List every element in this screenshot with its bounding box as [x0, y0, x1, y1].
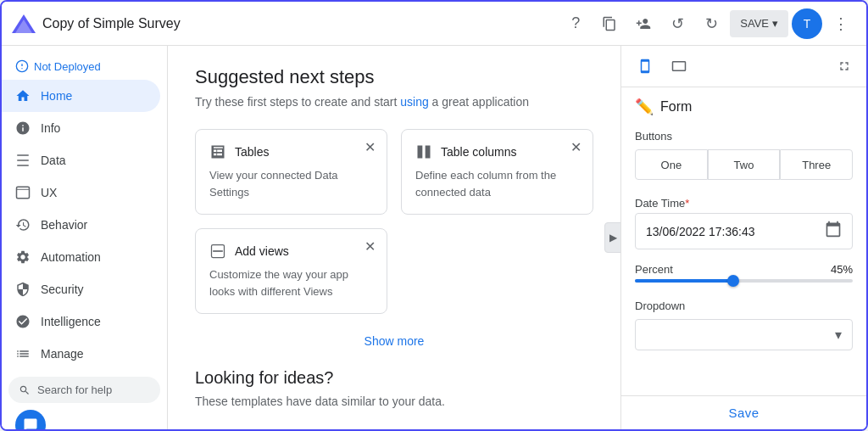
- dropdown-label: Dropdown: [635, 299, 853, 312]
- table-columns-card-title: Table columns: [441, 145, 517, 159]
- tables-card-title: Tables: [235, 145, 269, 159]
- tables-card[interactable]: ✕ Tables View your connected Data Settin…: [195, 129, 387, 215]
- expand-panel-button[interactable]: [832, 54, 856, 78]
- topbar-actions: ? ↺ ↻ SAVE ▾ T ⋮: [560, 8, 856, 39]
- sidebar-item-ux[interactable]: UX: [2, 176, 160, 209]
- form-section-header: ✏️ Form: [635, 98, 853, 116]
- tables-card-desc: View your connected Data Settings: [209, 167, 373, 200]
- data-icon: [15, 153, 31, 168]
- sidebar-item-manage[interactable]: Manage: [2, 338, 160, 370]
- sidebar-label-ux: UX: [41, 186, 57, 199]
- dropdown-arrow-icon: ▾: [835, 327, 842, 343]
- add-views-icon: [209, 243, 226, 260]
- help-button[interactable]: ?: [560, 8, 591, 39]
- slider-fill: [635, 279, 733, 283]
- main-content: Suggested next steps Try these first ste…: [168, 46, 620, 429]
- logo-icon: [12, 14, 36, 33]
- percent-value: 45%: [831, 263, 853, 276]
- tablet-view-tab[interactable]: [665, 53, 693, 80]
- looking-title: Looking for ideas?: [195, 368, 593, 388]
- copy-button[interactable]: [594, 8, 625, 39]
- right-panel: ✏️ Form Buttons One Two Three Date Time*…: [620, 46, 866, 429]
- sidebar-item-home[interactable]: Home: [2, 80, 160, 112]
- ux-icon: [15, 185, 31, 200]
- sidebar-bottom: Search for help: [2, 370, 167, 429]
- add-views-card-title: Add views: [235, 244, 289, 258]
- info-icon: [15, 120, 31, 136]
- required-star: *: [685, 197, 689, 210]
- sidebar-item-behavior[interactable]: Behavior: [2, 209, 160, 241]
- behavior-icon: [15, 217, 31, 232]
- subtitle-highlight: using: [400, 95, 428, 109]
- sidebar-item-security[interactable]: Security: [2, 273, 160, 305]
- button-two[interactable]: Two: [708, 149, 781, 180]
- app-container: Copy of Simple Survey ? ↺ ↻ SAVE ▾ T ⋮: [0, 0, 868, 431]
- sidebar-label-behavior: Behavior: [41, 218, 87, 232]
- cards-grid: ✕ Tables View your connected Data Settin…: [195, 129, 593, 314]
- right-panel-tabs: [621, 46, 866, 87]
- datetime-value: 13/06/2022 17:36:43: [646, 225, 825, 238]
- show-more-button[interactable]: Show more: [364, 327, 425, 355]
- button-three[interactable]: Three: [780, 149, 853, 180]
- percent-slider[interactable]: [635, 279, 853, 283]
- save-button[interactable]: SAVE ▾: [730, 10, 788, 37]
- avatar[interactable]: T: [792, 8, 822, 39]
- sidebar-label-security: Security: [41, 283, 84, 296]
- logo: Copy of Simple Survey: [12, 14, 181, 33]
- table-columns-icon: [415, 143, 432, 160]
- form-save-button[interactable]: Save: [621, 395, 866, 429]
- mobile-view-tab[interactable]: [632, 53, 659, 80]
- buttons-label: Buttons: [635, 130, 853, 143]
- sidebar-label-data: Data: [41, 154, 66, 167]
- search-icon: [19, 384, 31, 396]
- app-title: Copy of Simple Survey: [42, 16, 181, 31]
- sidebar-item-intelligence[interactable]: Intelligence: [2, 305, 160, 338]
- chat-button[interactable]: [15, 410, 46, 429]
- table-columns-card-header: Table columns: [415, 143, 579, 160]
- sidebar-label-intelligence: Intelligence: [41, 315, 101, 328]
- add-views-card-desc: Customize the way your app looks with di…: [209, 266, 373, 299]
- manage-icon: [15, 346, 31, 361]
- tables-card-header: Tables: [209, 143, 373, 160]
- panel-toggle-arrow[interactable]: ▶: [604, 222, 620, 253]
- tables-icon: [209, 143, 226, 160]
- add-user-button[interactable]: [628, 8, 659, 39]
- add-views-card-header: Add views: [209, 243, 373, 260]
- dropdown-field[interactable]: ▾: [635, 319, 853, 350]
- buttons-group: One Two Three: [635, 149, 853, 180]
- not-deployed-status[interactable]: Not Deployed: [2, 53, 167, 80]
- add-views-card-close[interactable]: ✕: [359, 236, 380, 256]
- chat-icon: [23, 417, 38, 429]
- percent-label: Percent: [635, 263, 673, 276]
- sidebar-item-data[interactable]: Data: [2, 144, 160, 176]
- not-deployed-icon: [15, 59, 29, 73]
- search-help-label: Search for help: [37, 383, 112, 396]
- table-columns-card-desc: Define each column from the connected da…: [415, 167, 579, 200]
- sidebar-label-automation: Automation: [41, 250, 101, 264]
- table-columns-card[interactable]: ✕ Table columns Define each column from …: [401, 129, 593, 215]
- add-views-card[interactable]: ✕ Add views Customize the way your app l…: [195, 228, 387, 314]
- page-title: Suggested next steps: [195, 66, 593, 88]
- sidebar-label-home: Home: [41, 89, 72, 103]
- security-icon: [15, 282, 31, 297]
- more-options-button[interactable]: ⋮: [826, 8, 856, 39]
- sidebar-item-info[interactable]: Info: [2, 112, 160, 144]
- svg-point-3: [21, 68, 22, 69]
- home-icon: [15, 88, 31, 104]
- topbar: Copy of Simple Survey ? ↺ ↻ SAVE ▾ T ⋮: [2, 2, 866, 46]
- body-layout: Not Deployed Home Info Data UX Behavior: [2, 46, 866, 429]
- svg-rect-4: [17, 187, 30, 199]
- intelligence-icon: [15, 314, 31, 329]
- pencil-icon: ✏️: [635, 98, 654, 116]
- calendar-icon[interactable]: [825, 221, 842, 242]
- tables-card-close[interactable]: ✕: [359, 137, 380, 157]
- undo-button[interactable]: ↺: [662, 8, 693, 39]
- slider-thumb: [727, 275, 739, 287]
- looking-desc: These templates have data similar to you…: [195, 395, 593, 408]
- redo-button[interactable]: ↻: [696, 8, 726, 39]
- sidebar-item-automation[interactable]: Automation: [2, 241, 160, 273]
- search-help[interactable]: Search for help: [8, 377, 160, 403]
- datetime-field[interactable]: 13/06/2022 17:36:43: [635, 213, 853, 249]
- button-one[interactable]: One: [635, 149, 708, 180]
- table-columns-card-close[interactable]: ✕: [565, 137, 586, 157]
